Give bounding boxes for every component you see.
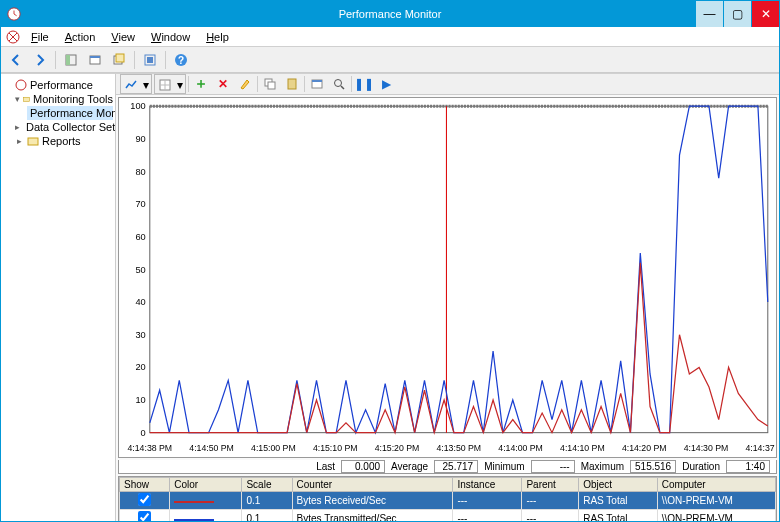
minimize-button[interactable]: — [695,1,723,27]
svg-rect-9 [147,57,153,63]
main-toolbar: ? [1,47,779,73]
nav-tree[interactable]: Performance ▾Monitoring Tools Performanc… [1,74,116,521]
dur-label: Duration [682,461,720,472]
tree-monitoring-tools[interactable]: ▾Monitoring Tools [15,92,113,106]
svg-text:4:14:20 PM: 4:14:20 PM [622,443,667,453]
svg-rect-13 [24,97,30,101]
dur-value: 1:40 [726,460,770,473]
col-header[interactable]: Scale [242,478,292,492]
log-type-dropdown[interactable]: ▾ [154,74,186,94]
menu-view[interactable]: View [103,29,143,45]
svg-text:0: 0 [141,428,146,438]
svg-text:20: 20 [135,362,145,372]
zoom-button[interactable] [329,74,349,94]
svg-point-12 [16,80,26,90]
window-title: Performance Monitor [339,8,442,20]
menu-file[interactable]: File [23,29,57,45]
svg-text:4:15:10 PM: 4:15:10 PM [313,443,358,453]
svg-text:90: 90 [135,134,145,144]
avg-label: Average [391,461,428,472]
tree-root[interactable]: Performance [3,78,113,92]
perfmon-icon [7,7,21,21]
close-button[interactable]: ✕ [751,1,779,27]
svg-rect-22 [312,80,322,82]
properties-button[interactable] [84,49,106,71]
svg-rect-7 [116,54,124,62]
svg-text:?: ? [178,55,184,66]
freeze-button[interactable]: ❚❚ [354,74,374,94]
perf-icon [15,79,27,91]
svg-text:50: 50 [135,265,145,275]
show-checkbox[interactable] [138,493,151,506]
add-counter-button[interactable]: ＋ [191,74,211,94]
svg-rect-5 [90,56,100,58]
col-header[interactable]: Counter [292,478,453,492]
menu-help[interactable]: Help [198,29,237,45]
show-checkbox[interactable] [138,511,151,522]
forward-button[interactable] [29,49,51,71]
svg-rect-20 [288,79,296,89]
col-header[interactable]: Show [120,478,170,492]
svg-text:30: 30 [135,330,145,340]
svg-text:4:14:37 PM: 4:14:37 PM [745,443,776,453]
avg-value: 25.717 [434,460,478,473]
col-header[interactable]: Parent [522,478,579,492]
counter-row[interactable]: 0.1Bytes Received/Sec------RAS Total\\ON… [120,492,776,510]
titlebar: Performance Monitor — ▢ ✕ [1,1,779,27]
menubar: File Action View Window Help [1,27,779,47]
chart-properties-button[interactable] [307,74,327,94]
tree-performance-monitor[interactable]: Performance Monitor [27,106,113,120]
svg-text:4:14:00 PM: 4:14:00 PM [498,443,543,453]
svg-text:10: 10 [135,395,145,405]
chart-area[interactable]: 01020304050607080901004:14:38 PM4:14:50 … [118,97,777,458]
folder-icon [23,93,30,105]
svg-text:100: 100 [130,101,145,111]
svg-text:60: 60 [135,232,145,242]
svg-line-24 [341,86,344,89]
svg-text:40: 40 [135,297,145,307]
svg-rect-19 [268,82,275,89]
menu-window[interactable]: Window [143,29,198,45]
stats-row: Last0.000 Average25.717 Minimum--- Maxim… [118,460,777,474]
maximize-button[interactable]: ▢ [723,1,751,27]
svg-text:4:14:38 PM: 4:14:38 PM [128,443,173,453]
back-button[interactable] [5,49,27,71]
view-type-dropdown[interactable]: ▾ [120,74,152,94]
chart-toolbar: ▾ ▾ ＋ ✕ ❚❚ ▶ [116,74,779,95]
svg-text:80: 80 [135,167,145,177]
show-hide-button[interactable] [60,49,82,71]
system-menu-icon[interactable] [5,29,21,45]
min-value: --- [531,460,575,473]
col-header[interactable]: Color [170,478,242,492]
svg-text:4:15:20 PM: 4:15:20 PM [375,443,420,453]
counter-row[interactable]: 0.1Bytes Transmitted/Sec------RAS Total\… [120,510,776,522]
min-label: Minimum [484,461,525,472]
menu-action[interactable]: Action [57,29,104,45]
counter-table[interactable]: ShowColorScaleCounterInstanceParentObjec… [118,476,777,522]
tree-reports[interactable]: ▸Reports [15,134,113,148]
max-label: Maximum [581,461,624,472]
col-header[interactable]: Instance [453,478,522,492]
svg-rect-3 [66,55,70,65]
last-label: Last [316,461,335,472]
svg-text:4:15:00 PM: 4:15:00 PM [251,443,296,453]
svg-rect-16 [28,138,38,145]
last-value: 0.000 [341,460,385,473]
folder-icon [27,135,39,147]
refresh-button[interactable] [139,49,161,71]
tree-data-collector-sets[interactable]: ▸Data Collector Sets [15,120,113,134]
help-button[interactable]: ? [170,49,192,71]
highlight-button[interactable] [235,74,255,94]
svg-text:4:13:50 PM: 4:13:50 PM [436,443,481,453]
delete-counter-button[interactable]: ✕ [213,74,233,94]
update-button[interactable]: ▶ [376,74,396,94]
col-header[interactable]: Object [579,478,658,492]
copy-button[interactable] [260,74,280,94]
export-button[interactable] [108,49,130,71]
paste-button[interactable] [282,74,302,94]
col-header[interactable]: Computer [657,478,775,492]
svg-text:4:14:10 PM: 4:14:10 PM [560,443,605,453]
svg-text:70: 70 [135,199,145,209]
svg-text:4:14:50 PM: 4:14:50 PM [189,443,234,453]
svg-point-23 [335,80,342,87]
